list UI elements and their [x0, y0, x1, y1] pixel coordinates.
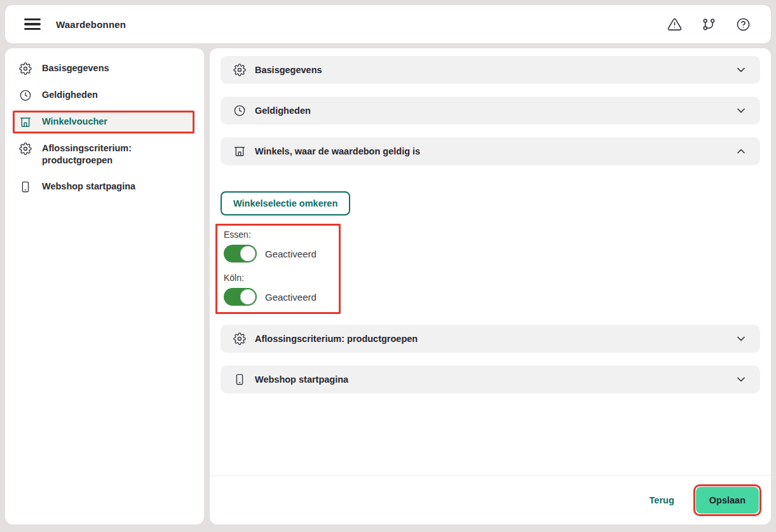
store-toggle-row: Geactiveerd: [224, 245, 332, 263]
sidebar-item-label: Webshop startpagina: [42, 181, 135, 193]
sidebar-item-label: Geldigheden: [42, 89, 98, 101]
top-bar: Waardebonnen: [5, 5, 771, 43]
accordion-geldigheden[interactable]: Geldigheden: [221, 97, 760, 125]
chevron-down-icon: [735, 64, 747, 76]
essen-toggle[interactable]: [224, 245, 257, 263]
clock-icon: [19, 89, 32, 102]
toggle-state-label: Geactiveerd: [265, 292, 317, 303]
chevron-down-icon: [735, 104, 747, 117]
toggle-state-label: Geactiveerd: [265, 249, 317, 259]
save-annotation-box: Opslaan: [693, 484, 761, 516]
store-icon: [19, 116, 32, 128]
accordion-winkels[interactable]: Winkels, waar de waardebon geldig is: [221, 137, 760, 165]
gear-icon: [19, 62, 32, 75]
gear-icon: [19, 142, 32, 155]
clock-icon: [233, 104, 246, 117]
toggle-knob: [240, 289, 255, 304]
store-icon: [233, 145, 246, 158]
store-label-essen: Essen:: [224, 229, 332, 240]
alert-triangle-icon[interactable]: [667, 17, 682, 32]
chevron-down-icon: [735, 373, 747, 386]
sidebar-nav: Basisgegevens Geldigheden Winkelvoucher …: [5, 48, 204, 524]
accordion-label: Aflossingscriterium: productgroepen: [255, 334, 418, 344]
git-branch-icon[interactable]: [702, 17, 716, 32]
store-toggle-row: Geactiveerd: [224, 288, 332, 306]
page-title: Waardebonnen: [56, 19, 126, 30]
chevron-down-icon: [735, 332, 747, 345]
accordion-list: Basisgegevens Geldigheden Winkels, waar …: [210, 48, 771, 393]
chevron-up-icon: [735, 145, 747, 158]
save-button[interactable]: Opslaan: [696, 487, 759, 514]
mobile-icon: [233, 373, 246, 386]
accordion-aflossingscriterium[interactable]: Aflossingscriterium: productgroepen: [221, 325, 760, 353]
hamburger-menu-icon[interactable]: [24, 18, 41, 30]
back-button[interactable]: Terug: [650, 495, 674, 505]
help-circle-icon[interactable]: [736, 17, 751, 32]
sidebar-item-label: Winkelvoucher: [42, 116, 107, 128]
sidebar-item-label: Basisgegevens: [42, 62, 109, 74]
store-label-koeln: Köln:: [224, 273, 332, 283]
sidebar-item-geldigheden[interactable]: Geldigheden: [13, 84, 196, 107]
accordion-webshop-startpagina[interactable]: Webshop startpagina: [221, 365, 760, 393]
accordion-basisgegevens[interactable]: Basisgegevens: [221, 56, 760, 84]
sidebar-item-winkelvoucher[interactable]: Winkelvoucher: [13, 111, 194, 133]
sidebar-item-basisgegevens[interactable]: Basisgegevens: [13, 57, 196, 80]
sidebar-item-webshop-startpagina[interactable]: Webshop startpagina: [13, 175, 196, 198]
sidebar-item-label: Aflossingscriterium: productgroepen: [42, 142, 190, 167]
gear-icon: [233, 64, 246, 76]
koeln-toggle[interactable]: [224, 288, 257, 306]
store-toggles-annotation-box: Essen: Geactiveerd Köln: Geactiveerd: [215, 224, 341, 314]
invert-store-selection-button[interactable]: Winkelselectie omkeren: [221, 191, 350, 215]
header-actions: [667, 17, 751, 32]
mobile-icon: [19, 181, 32, 193]
main-panel: Basisgegevens Geldigheden Winkels, waar …: [210, 48, 771, 524]
accordion-label: Basisgegevens: [255, 65, 322, 75]
store-selection-panel: Winkelselectie omkeren Essen: Geactiveer…: [221, 178, 760, 314]
sidebar-item-aflossingscriterium[interactable]: Aflossingscriterium: productgroepen: [13, 137, 196, 172]
accordion-label: Webshop startpagina: [255, 374, 348, 385]
accordion-label: Winkels, waar de waardebon geldig is: [255, 146, 420, 156]
gear-icon: [233, 332, 246, 345]
footer-bar: Terug Opslaan: [210, 475, 771, 524]
toggle-knob: [240, 246, 255, 261]
accordion-label: Geldigheden: [255, 106, 311, 116]
